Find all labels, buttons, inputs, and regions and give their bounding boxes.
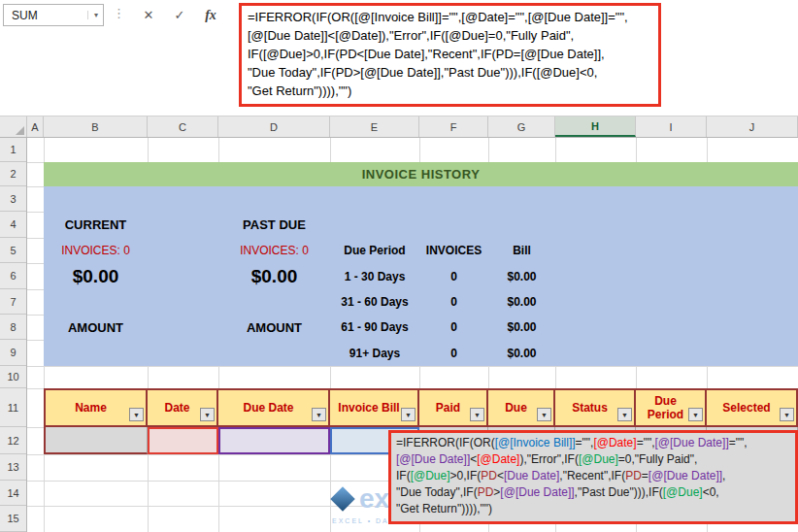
header-label: Invoice Bill	[338, 401, 399, 415]
column-header-f[interactable]: F	[419, 116, 488, 137]
row-header-15[interactable]: 15	[0, 506, 26, 532]
table-header-paid[interactable]: Paid ▼	[419, 388, 488, 427]
aging-period: 31 - 60 Days	[330, 295, 419, 309]
filter-dropdown-date[interactable]: ▼	[200, 408, 215, 421]
filter-dropdown-name[interactable]: ▼	[129, 408, 144, 421]
row-header-13[interactable]: 13	[0, 454, 26, 481]
filter-dropdown-due-period[interactable]: ▼	[688, 408, 703, 421]
formula-screentip: =IFERROR(IF(OR([@[Invoice Bill]]="",[@Da…	[388, 430, 798, 524]
current-amount-value: $0.00	[44, 263, 148, 289]
pastdue-invoices-count: INVOICES: 0	[218, 238, 330, 263]
column-header-b[interactable]: B	[44, 116, 148, 137]
row-header-10[interactable]: 10	[0, 366, 26, 388]
table-header-status[interactable]: Status ▼	[555, 388, 636, 427]
aging-invoices: 0	[419, 295, 488, 309]
column-header-a[interactable]: A	[27, 116, 44, 137]
header-label: Status	[572, 401, 608, 415]
table-header-name[interactable]: Name ▼	[44, 388, 148, 427]
sheet-grid: INVOICE HISTORY CURRENT INVOICES: 0 $0.0…	[27, 138, 798, 532]
row-headers: 1 2 3 4 5 6 7 8 9 10 11 12 13 14 15	[0, 138, 27, 532]
row-header-8[interactable]: 8	[0, 315, 26, 340]
row-header-3[interactable]: 3	[0, 186, 26, 212]
filter-dropdown-selected[interactable]: ▼	[780, 408, 794, 421]
table-header-due-date[interactable]: Due Date ▼	[218, 388, 330, 427]
aging-header-row: Due Period INVOICES Bill	[330, 238, 555, 263]
header-label: Name	[75, 401, 107, 415]
aging-row-3: 61 - 90 Days 0 $0.00	[330, 315, 555, 340]
cell-b12-name[interactable]	[44, 427, 148, 454]
formula-line: =IFERROR(IF(OR([@[Invoice Bill]]="",[@Da…	[248, 8, 652, 26]
aging-invoices: 0	[419, 347, 488, 360]
aging-bill: $0.00	[488, 270, 555, 283]
column-header-g[interactable]: G	[488, 116, 555, 137]
watermark-logo-icon	[330, 486, 354, 511]
panel-title: INVOICE HISTORY	[44, 162, 798, 186]
row-header-6[interactable]: 6	[0, 263, 26, 289]
current-invoices-count: INVOICES: 0	[44, 238, 148, 263]
formula-bar-splitter[interactable]: ⋮	[113, 6, 125, 20]
filter-dropdown-paid[interactable]: ▼	[470, 408, 484, 421]
current-amount-label: AMOUNT	[44, 315, 148, 340]
table-header-invoice-bill[interactable]: Invoice Bill ▼	[330, 388, 419, 427]
column-header-c[interactable]: C	[148, 116, 218, 137]
cell-d12-due-date-highlighted[interactable]	[218, 427, 330, 454]
header-label: Due	[505, 401, 527, 415]
column-header-j[interactable]: J	[707, 116, 798, 137]
filter-dropdown-status[interactable]: ▼	[617, 408, 632, 421]
aging-period: 91+ Days	[330, 347, 419, 360]
row-header-4[interactable]: 4	[0, 212, 26, 238]
aging-row-4: 91+ Days 0 $0.00	[330, 340, 555, 366]
aging-invoices: 0	[419, 270, 488, 283]
cell-c12-date-highlighted[interactable]	[148, 427, 218, 454]
column-header-i[interactable]: I	[636, 116, 707, 137]
row-header-5[interactable]: 5	[0, 238, 26, 263]
aging-bill: $0.00	[488, 347, 555, 360]
table-header-selected[interactable]: Selected ▼	[707, 388, 798, 427]
aging-header-period: Due Period	[330, 244, 419, 257]
formula-bar: SUM ▾ ⋮ ✕ ✓ fx =IFERROR(IF(OR([@[Invoice…	[0, 0, 798, 116]
table-header-date[interactable]: Date ▼	[148, 388, 218, 427]
header-label: Due Period	[645, 394, 687, 421]
filter-dropdown-invoice-bill[interactable]: ▼	[401, 408, 416, 421]
pastdue-amount-label: AMOUNT	[218, 315, 330, 340]
header-label: Due Date	[243, 401, 293, 415]
insert-function-button[interactable]: fx	[198, 4, 223, 26]
formula-line: IF([@Due]>0,IF(PD<[Due Date],"Recent",IF…	[248, 45, 652, 63]
filter-dropdown-due[interactable]: ▼	[537, 408, 551, 421]
row-header-14[interactable]: 14	[0, 481, 26, 506]
header-label: Selected	[722, 401, 770, 415]
cancel-button[interactable]: ✕	[136, 4, 161, 26]
row-header-1[interactable]: 1	[0, 138, 26, 162]
pastdue-heading: PAST DUE	[218, 212, 330, 238]
column-header-h-selected[interactable]: H	[555, 116, 636, 137]
header-label: Paid	[436, 401, 460, 415]
table-header-due[interactable]: Due ▼	[488, 388, 555, 427]
aging-row-1: 1 - 30 Days 0 $0.00	[330, 263, 555, 289]
aging-row-2: 31 - 60 Days 0 $0.00	[330, 289, 555, 315]
table-header-row: Name ▼ Date ▼ Due Date ▼ Invoice Bill ▼ …	[44, 388, 798, 427]
column-header-e[interactable]: E	[330, 116, 419, 137]
table-header-due-period[interactable]: Due Period ▼	[636, 388, 707, 427]
invoice-history-panel: INVOICE HISTORY CURRENT INVOICES: 0 $0.0…	[44, 162, 798, 366]
column-headers: A B C D E F G H I J	[0, 116, 798, 138]
formula-line: "Get Return")))),"")	[248, 82, 652, 100]
chevron-down-icon[interactable]: ▾	[87, 11, 98, 19]
aging-bill: $0.00	[488, 320, 555, 334]
select-all-corner[interactable]	[0, 116, 27, 137]
name-box[interactable]: SUM ▾	[3, 4, 104, 26]
formula-line: [@[Due Date]]<[@Date]),"Error",IF([@Due]…	[248, 26, 652, 45]
row-header-7[interactable]: 7	[0, 289, 26, 315]
aging-header-bill: Bill	[488, 244, 555, 257]
enter-button[interactable]: ✓	[167, 4, 192, 26]
aging-bill: $0.00	[488, 295, 555, 309]
column-header-d[interactable]: D	[218, 116, 330, 137]
row-header-9[interactable]: 9	[0, 340, 26, 366]
formula-input[interactable]: =IFERROR(IF(OR([@[Invoice Bill]]="",[@Da…	[239, 3, 661, 107]
filter-dropdown-due-date[interactable]: ▼	[312, 408, 326, 421]
row-header-11[interactable]: 11	[0, 388, 26, 427]
pastdue-amount-value: $0.00	[218, 263, 330, 289]
formula-line: "Due Today",IF(PD>[@[Due Date]],"Past Du…	[248, 63, 652, 82]
row-header-2[interactable]: 2	[0, 162, 26, 186]
header-label: Date	[164, 401, 189, 415]
row-header-12[interactable]: 12	[0, 427, 26, 454]
